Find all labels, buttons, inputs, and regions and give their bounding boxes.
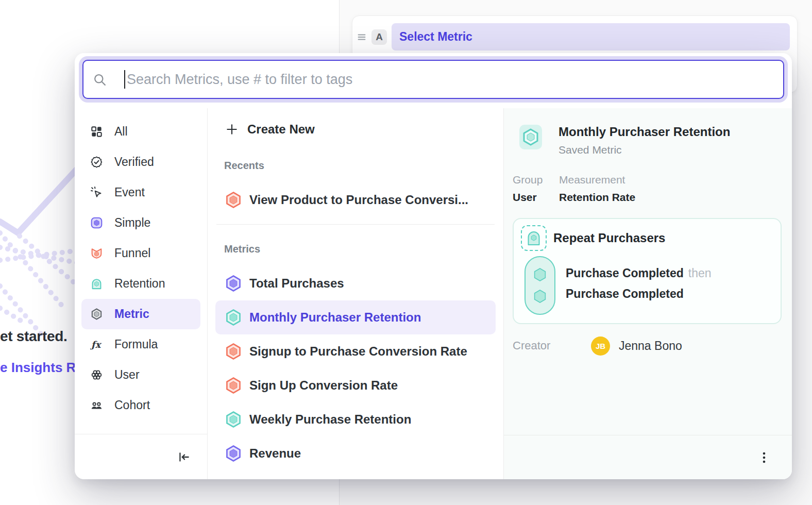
recents-header: Recents xyxy=(224,160,496,172)
formula-icon: ƒx xyxy=(90,338,103,351)
creator-name: Jenna Bono xyxy=(619,339,682,353)
definition-header: Repeat Purchasers xyxy=(521,225,773,251)
sidebar-item-label: All xyxy=(114,125,128,139)
metric-item-weekly-purchase-retention[interactable]: Weekly Purchase Retention xyxy=(215,402,496,436)
measurement-value: Retention Rate xyxy=(559,191,635,204)
user-icon xyxy=(90,368,103,381)
simple-icon xyxy=(90,216,103,229)
metric-list-column: Create New Recents View Product to Purch… xyxy=(208,108,504,479)
teal-hexagon-icon xyxy=(225,308,242,327)
definition-card: Repeat Purchasers Purchase Completed the… xyxy=(513,218,782,324)
sidebar-item-event[interactable]: Event xyxy=(81,177,200,208)
details-content: Monthly Purchaser Retention Saved Metric… xyxy=(504,108,792,435)
metric-icon xyxy=(90,308,103,321)
metric-item-revenue[interactable]: Revenue xyxy=(215,436,496,470)
details-subtitle: Saved Metric xyxy=(559,144,730,156)
step-list: Purchase Completed then Purchase Complet… xyxy=(566,256,712,315)
more-options-button[interactable] xyxy=(756,449,772,466)
list-item-label: Signup to Purchase Conversion Rate xyxy=(249,344,467,359)
search-input[interactable] xyxy=(127,72,774,88)
sidebar-item-all[interactable]: All xyxy=(81,116,200,147)
creator-avatar: JB xyxy=(591,336,610,356)
metric-item-signup-to-purchase-conversion-rate[interactable]: Signup to Purchase Conversion Rate xyxy=(215,334,496,368)
measurement-label: Measurement xyxy=(559,174,635,186)
text-cursor xyxy=(124,70,125,89)
sidebar-item-funnel[interactable]: Funnel xyxy=(81,238,200,268)
sidebar-item-label: Metric xyxy=(114,307,149,321)
sidebar-item-label: Retention xyxy=(114,277,165,291)
definition-body: Purchase Completed then Purchase Complet… xyxy=(521,256,773,315)
sidebar-item-label: Event xyxy=(114,186,145,199)
collapse-sidebar-button[interactable] xyxy=(175,448,193,466)
metric-details-panel: Monthly Purchaser Retention Saved Metric… xyxy=(504,108,792,479)
details-title: Monthly Purchaser Retention xyxy=(559,125,730,139)
orange-hexagon-icon xyxy=(225,191,242,209)
metrics-list: Total PurchasesMonthly Purchaser Retenti… xyxy=(215,266,496,470)
list-item-label: Sign Up Conversion Rate xyxy=(249,378,398,393)
drag-handle-icon[interactable] xyxy=(357,23,367,50)
funnel-icon xyxy=(90,247,103,260)
svg-text:ƒx: ƒx xyxy=(90,339,102,350)
sidebar-item-label: Funnel xyxy=(114,246,150,260)
metrics-header: Metrics xyxy=(224,243,496,255)
list-item-label: Total Purchases xyxy=(249,276,344,291)
creator-label: Creator xyxy=(513,339,591,352)
plus-icon xyxy=(225,123,239,136)
definition-title: Repeat Purchasers xyxy=(553,231,665,245)
purple-hexagon-icon xyxy=(225,444,242,463)
list-item-label: Weekly Purchase Retention xyxy=(249,412,411,427)
recent-item-view-product-to-purchase-conversi[interactable]: View Product to Purchase Conversi... xyxy=(215,183,496,217)
select-metric-label: Select Metric xyxy=(399,30,472,44)
sidebar-item-cohort[interactable]: Cohort xyxy=(81,390,200,420)
metric-item-sign-up-conversion-rate[interactable]: Sign Up Conversion Rate xyxy=(215,368,496,402)
metric-item-total-purchases[interactable]: Total Purchases xyxy=(215,266,496,300)
sidebar-item-simple[interactable]: Simple xyxy=(81,208,200,238)
purple-hexagon-icon xyxy=(225,274,242,293)
list-divider xyxy=(216,224,495,225)
step-connector: then xyxy=(688,266,712,280)
search-icon xyxy=(93,73,107,87)
metric-item-monthly-purchaser-retention[interactable]: Monthly Purchaser Retention xyxy=(215,300,496,334)
collapse-icon xyxy=(177,450,191,464)
sidebar-item-user[interactable]: User xyxy=(81,360,200,390)
sidebar-item-label: Verified xyxy=(114,155,154,169)
step-1: Purchase Completed then xyxy=(566,263,712,284)
step-capsule xyxy=(525,256,555,315)
sidebar-item-verified[interactable]: Verified xyxy=(81,147,200,177)
step-2: Purchase Completed xyxy=(566,284,712,305)
details-meta: Group User Measurement Retention Rate xyxy=(513,174,783,204)
group-label: Group xyxy=(513,174,547,186)
sidebar-item-formula[interactable]: ƒxFormula xyxy=(81,329,200,360)
metric-letter-badge: A xyxy=(371,29,387,45)
orange-hexagon-icon xyxy=(225,342,242,361)
select-metric-field[interactable]: Select Metric xyxy=(392,23,790,50)
retention-step-icon xyxy=(521,225,547,251)
orange-hexagon-icon xyxy=(225,376,242,395)
sidebar-item-label: Formula xyxy=(114,338,158,351)
creator-row: Creator JB Jenna Bono xyxy=(513,336,783,356)
teal-hexagon-icon xyxy=(225,410,242,429)
list-item-label: View Product to Purchase Conversi... xyxy=(249,193,468,207)
cohort-icon xyxy=(90,399,103,412)
background-heading: et started. xyxy=(0,328,67,345)
metric-type-icon xyxy=(519,125,542,149)
event-icon xyxy=(90,186,103,199)
sidebar-item-label: User xyxy=(114,368,140,382)
sidebar-item-retention[interactable]: Retention xyxy=(81,268,200,299)
list-item-label: Monthly Purchaser Retention xyxy=(249,310,421,325)
search-bar xyxy=(82,60,784,99)
create-new-label: Create New xyxy=(247,122,315,137)
category-list: AllVerifiedEventSimpleFunnelRetentionMet… xyxy=(75,108,207,420)
details-footer xyxy=(504,435,792,479)
sidebar-item-metric[interactable]: Metric xyxy=(81,299,200,329)
create-new-button[interactable]: Create New xyxy=(215,117,496,141)
grid-icon xyxy=(90,125,103,138)
recents-list: View Product to Purchase Conversi... xyxy=(215,183,496,217)
retention-icon xyxy=(90,277,103,290)
sidebar-footer xyxy=(75,434,207,479)
verified-icon xyxy=(90,156,103,169)
sidebar-item-label: Cohort xyxy=(114,398,150,412)
insights-report-link[interactable]: e Insights Re xyxy=(0,360,83,376)
metric-picker-modal: AllVerifiedEventSimpleFunnelRetentionMet… xyxy=(75,53,792,479)
group-value: User xyxy=(513,191,547,204)
